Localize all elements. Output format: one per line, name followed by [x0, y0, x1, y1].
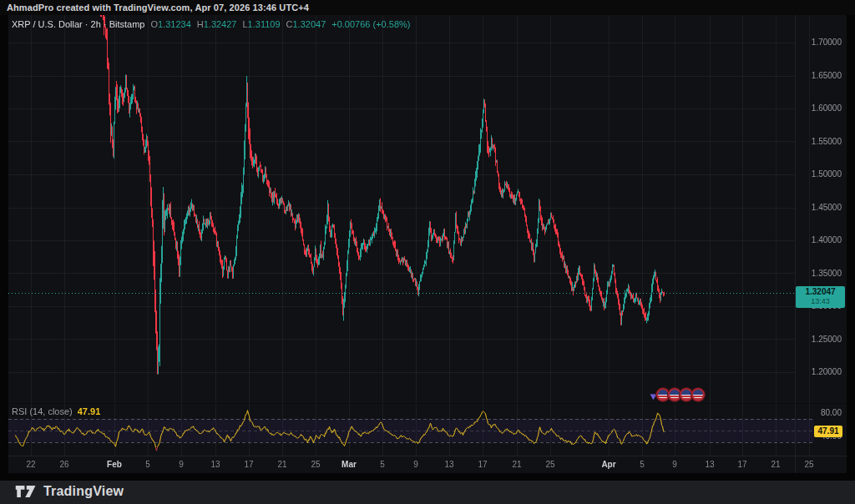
price-tick-label: 1.50000	[795, 169, 842, 179]
footer-bar: TradingView	[0, 481, 855, 504]
time-tick-label: 21	[512, 460, 521, 469]
time-tick-month: Apr	[601, 460, 615, 469]
tradingview-logo-text: TradingView	[43, 484, 124, 499]
current-price-badge: 1.32047 13:43	[796, 286, 845, 308]
main-chart-canvas[interactable]	[0, 0, 855, 504]
flag-sticker[interactable]	[691, 388, 705, 401]
rsi-pane-divider[interactable]	[8, 403, 847, 404]
bar-countdown: 13:43	[796, 297, 845, 306]
price-tick-label: 1.55000	[795, 137, 842, 146]
high-label: H	[197, 19, 204, 29]
symbol-title[interactable]: XRP / U.S. Dollar · 2h · Bitstamp	[12, 19, 144, 29]
time-tick-month: Feb	[107, 460, 122, 469]
rsi-legend: RSI (14, close)47.91	[12, 406, 100, 417]
time-tick-label: 25	[545, 460, 554, 469]
close-label: C	[286, 19, 293, 29]
time-tick-label: 26	[59, 460, 68, 469]
time-tick-label: 13	[210, 460, 220, 469]
low-value: 1.31109	[248, 19, 281, 29]
exchange-label: Bitstamp	[109, 19, 145, 29]
time-tick-label: 17	[737, 460, 746, 469]
price-tick-label: 1.65000	[795, 71, 842, 80]
price-tick-label: 1.20000	[795, 367, 842, 376]
interval-label: 2h	[91, 19, 101, 29]
time-tick-label: 9	[413, 460, 418, 469]
symbol-legend: XRP / U.S. Dollar · 2h · BitstampO1.3123…	[12, 19, 410, 30]
time-tick-month: Mar	[341, 460, 357, 469]
price-tick-label: 1.45000	[795, 203, 842, 212]
current-price-value: 1.32047	[796, 286, 845, 297]
price-tick-label: 1.25000	[795, 335, 842, 344]
tradingview-logo-icon	[15, 485, 37, 498]
time-tick-label: 21	[277, 460, 286, 469]
time-tick-label: 13	[444, 460, 453, 469]
time-tick-label: 5	[640, 460, 645, 469]
time-tick-label: 22	[26, 460, 35, 469]
time-tick-label: 17	[244, 460, 253, 469]
time-tick-label: 13	[705, 460, 714, 469]
time-tick-label: 9	[179, 460, 184, 469]
change-value: +0.00766 (+0.58%)	[331, 19, 410, 29]
high-value: 1.32427	[204, 19, 237, 29]
rsi-value-badge: 47.91	[814, 426, 842, 437]
time-tick-label: 17	[478, 460, 487, 469]
tradingview-snapshot: AhmadPro created with TradingView.com, A…	[0, 0, 855, 504]
time-tick-label: 25	[804, 460, 813, 469]
open-value: 1.31234	[158, 19, 191, 29]
time-tick-label: 5	[145, 460, 150, 469]
close-value: 1.32047	[293, 19, 326, 29]
time-tick-label: 9	[672, 460, 677, 469]
time-tick-label: 5	[380, 460, 385, 469]
price-tick-label: 1.40000	[795, 235, 842, 244]
time-axis-divider	[8, 456, 847, 456]
tradingview-logo[interactable]: TradingView	[15, 484, 124, 499]
rsi-title[interactable]: RSI (14, close)	[12, 406, 73, 416]
open-label: O	[150, 19, 158, 29]
price-tick-label: 1.70000	[795, 38, 842, 47]
rsi-tick-label-80: 80.00	[795, 408, 842, 417]
rsi-value: 47.91	[78, 406, 101, 416]
price-tick-label: 1.60000	[795, 103, 842, 113]
price-tick-label: 1.35000	[795, 269, 842, 278]
time-tick-label: 25	[311, 460, 320, 469]
time-tick-label: 21	[771, 460, 780, 469]
